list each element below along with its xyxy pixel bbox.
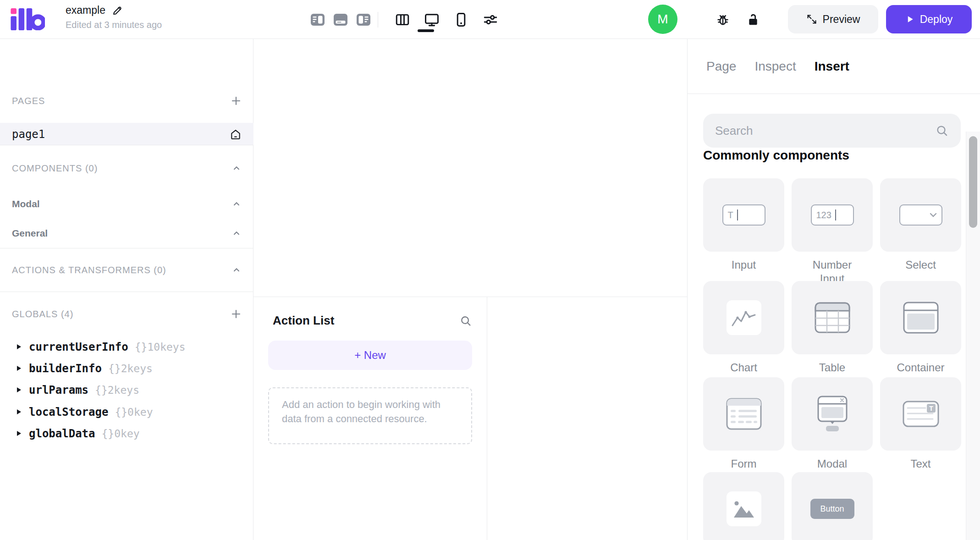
commonly-components-heading: Commonly components (703, 148, 849, 163)
toolbar-divider (378, 12, 378, 28)
expand-triangle-icon[interactable] (17, 344, 22, 350)
globals-header: GLOBALS (4) (12, 309, 73, 320)
divider (487, 297, 487, 540)
global-name: builderInfo (29, 362, 102, 375)
edit-title-pencil-icon[interactable] (112, 5, 123, 16)
pages-header: PAGES (12, 96, 45, 106)
actions-transformers-header: ACTIONS & TRANSFORMERS (0) (12, 265, 166, 276)
modal-collapse-chevron-icon[interactable] (231, 199, 242, 209)
expand-triangle-icon[interactable] (17, 387, 22, 393)
select-icon (899, 204, 942, 226)
table-icon (815, 302, 850, 333)
global-item-urlParams[interactable]: urlParams {}2keys (0, 379, 253, 401)
deploy-label: Deploy (920, 13, 953, 26)
general-collapse-chevron-icon[interactable] (231, 228, 242, 238)
add-global-icon[interactable] (231, 309, 242, 320)
global-item-builderInfo[interactable]: builderInfo {}2keys (0, 358, 253, 379)
sidebar-group-modal[interactable]: Modal (0, 192, 253, 216)
viewport-mobile-icon[interactable] (453, 12, 469, 28)
sidebar-item-page1[interactable]: page1 (0, 123, 253, 145)
expand-triangle-icon[interactable] (17, 365, 22, 371)
divider (0, 248, 253, 248)
component-label: Table (819, 361, 845, 375)
viewport-desktop-icon[interactable] (424, 12, 440, 28)
input-icon: T (722, 204, 765, 226)
components-collapse-chevron-icon[interactable] (231, 163, 242, 173)
home-page-icon[interactable] (230, 128, 242, 140)
component-card-form[interactable] (703, 377, 784, 451)
tab-page[interactable]: Page (706, 59, 736, 74)
component-card-modal[interactable] (792, 377, 873, 451)
right-panel: Page Inspect Insert Commonly components … (687, 39, 980, 540)
global-meta: {}10keys (135, 341, 186, 353)
actions-collapse-chevron-icon[interactable] (231, 265, 242, 275)
action-list-title: Action List (273, 314, 334, 328)
components-header: COMPONENTS (0) (12, 163, 98, 174)
action-editor-empty-area (487, 297, 687, 540)
text-icon: T (903, 401, 939, 427)
button-icon: Button (810, 499, 854, 519)
component-card-chart[interactable] (703, 281, 784, 354)
expand-triangle-icon[interactable] (17, 430, 22, 436)
action-empty-hint: Add an action to begin working with data… (268, 387, 472, 444)
edited-status: Edited at 3 minutes ago (66, 20, 162, 30)
component-label: Input (732, 258, 756, 272)
right-panel-scrollbar-track[interactable] (966, 132, 980, 540)
add-page-icon[interactable] (231, 95, 242, 106)
global-meta: {}0key (115, 406, 153, 418)
tab-inspect[interactable]: Inspect (754, 59, 796, 74)
expand-arrows-icon (806, 14, 817, 25)
chart-icon (727, 300, 761, 335)
action-search-icon[interactable] (459, 314, 472, 327)
avatar-initial: M (657, 12, 668, 27)
toggle-left-panel-icon[interactable] (310, 12, 325, 28)
component-card-image[interactable] (703, 472, 784, 540)
form-icon (726, 398, 762, 430)
container-icon (903, 302, 939, 334)
component-card-select[interactable] (880, 178, 961, 252)
component-card-table[interactable] (792, 281, 873, 354)
component-label: Modal (817, 457, 847, 471)
preview-button[interactable]: Preview (788, 5, 878, 33)
global-meta: {}2keys (108, 363, 153, 375)
new-action-label: + New (354, 349, 386, 362)
tab-insert[interactable]: Insert (815, 59, 849, 74)
new-action-button[interactable]: + New (268, 341, 472, 370)
component-card-text[interactable]: T (880, 377, 961, 451)
avatar[interactable]: M (648, 5, 677, 34)
component-card-container[interactable] (880, 281, 961, 354)
global-item-globalData[interactable]: globalData {}0key (0, 423, 253, 444)
left-sidebar: PAGES page1 COMPONENTS (0) Modal General… (0, 39, 253, 540)
component-card-input[interactable]: T (703, 178, 784, 252)
debug-bug-icon[interactable] (715, 12, 731, 28)
canvas[interactable] (254, 39, 687, 297)
action-list-panel: Action List + New Add an action to begin… (253, 297, 487, 540)
component-label: Container (897, 361, 944, 375)
global-name: urlParams (29, 384, 88, 397)
component-search-input[interactable] (715, 124, 935, 138)
divider (0, 292, 253, 292)
sidebar-group-general[interactable]: General (0, 221, 253, 245)
app-title: example (66, 4, 105, 17)
component-card-number-input[interactable]: 123 (792, 178, 873, 252)
global-name: globalData (29, 427, 95, 440)
component-card-button[interactable]: Button (792, 472, 873, 540)
image-icon (727, 491, 761, 526)
right-panel-scrollbar-thumb[interactable] (969, 136, 977, 228)
viewport-fit-icon[interactable] (395, 12, 410, 28)
component-search-box (703, 114, 961, 148)
toggle-bottom-panel-icon[interactable] (333, 12, 348, 28)
group-general-label: General (12, 228, 48, 239)
global-meta: {}2keys (95, 384, 139, 396)
toggle-right-panel-icon[interactable] (356, 12, 371, 28)
illa-logo[interactable] (10, 8, 45, 30)
global-item-currentUserInfo[interactable]: currentUserInfo {}10keys (0, 336, 253, 358)
global-item-localStorage[interactable]: localStorage {}0key (0, 401, 253, 423)
deploy-button[interactable]: Deploy (886, 5, 972, 33)
canvas-settings-sliders-icon[interactable] (483, 12, 498, 28)
lock-icon[interactable] (745, 12, 761, 28)
svg-text:T: T (929, 405, 933, 412)
page1-label: page1 (12, 128, 45, 141)
modal-icon (816, 396, 849, 432)
expand-triangle-icon[interactable] (17, 409, 22, 415)
